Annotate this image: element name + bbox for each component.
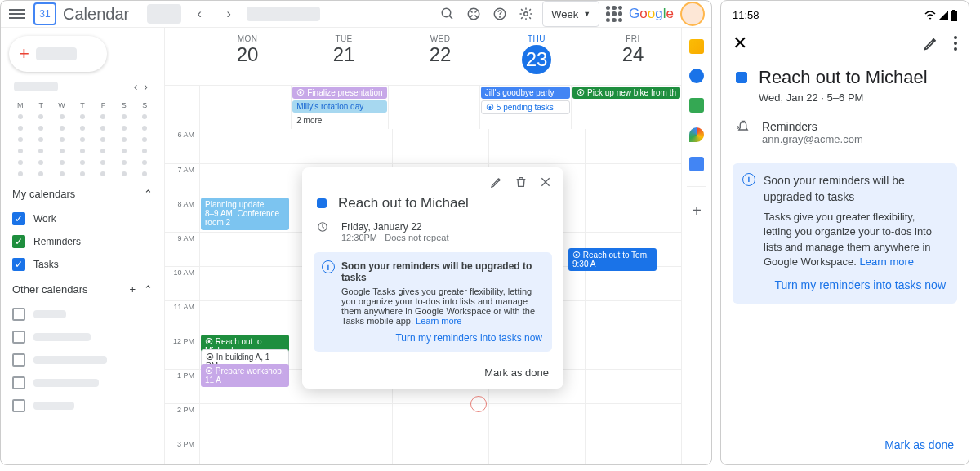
- allday-event[interactable]: Milly's rotation day: [292, 100, 386, 113]
- tasks-icon[interactable]: [689, 69, 704, 83]
- svg-point-0: [442, 8, 451, 17]
- settings-icon[interactable]: [516, 4, 536, 24]
- view-selector[interactable]: Week▼: [542, 1, 599, 27]
- allday-more[interactable]: 2 more: [292, 114, 386, 127]
- help-icon[interactable]: [490, 4, 510, 24]
- learn-more-link[interactable]: Learn more: [860, 255, 914, 268]
- reminder-account-email: ann.gray@acme.com: [762, 133, 863, 145]
- close-icon[interactable]: ✕: [733, 33, 747, 54]
- chevron-up-icon: ⌃: [144, 188, 153, 200]
- event-prepare[interactable]: ⦿ Prepare workshop, 11 A: [201, 364, 289, 387]
- checkbox-icon[interactable]: [12, 308, 25, 321]
- my-calendars-header[interactable]: My calendars⌃: [9, 183, 156, 205]
- apps-icon[interactable]: [606, 6, 622, 22]
- promo-title: Soon your reminders will be upgraded to …: [764, 173, 946, 205]
- turn-reminders-link[interactable]: Turn my reminders into tasks now: [341, 332, 542, 344]
- svg-rect-8: [952, 10, 956, 11]
- learn-more-link[interactable]: Learn more: [416, 316, 461, 326]
- checkbox-icon[interactable]: [12, 353, 25, 367]
- status-bar: 11:58: [721, 9, 969, 28]
- calendar-logo-icon: 31: [33, 2, 56, 25]
- menu-icon[interactable]: [7, 4, 27, 24]
- day-header[interactable]: FRI24: [585, 28, 681, 85]
- event-time: 12:30PM · Does not repeat: [341, 233, 448, 242]
- mini-calendar[interactable]: MTWTFSS: [9, 101, 156, 178]
- calendar-item[interactable]: [9, 351, 156, 369]
- app-title: Calendar: [63, 5, 129, 24]
- checkbox-icon[interactable]: [12, 376, 25, 389]
- support-icon[interactable]: [464, 4, 483, 24]
- chevron-up-icon: ⌃: [144, 283, 153, 295]
- svg-point-10: [954, 42, 957, 45]
- mark-done-button[interactable]: Mark as done: [302, 358, 564, 380]
- more-icon[interactable]: [954, 35, 957, 51]
- cursor-indicator: [470, 396, 487, 412]
- day-header[interactable]: TUE21: [296, 28, 392, 85]
- search-icon[interactable]: [438, 4, 457, 24]
- calendar-item-reminders[interactable]: ✓Reminders: [9, 233, 156, 251]
- signal-icon: [938, 11, 948, 20]
- turn-reminders-link[interactable]: Turn my reminders into tasks now: [764, 278, 946, 294]
- mini-prev-button[interactable]: ‹: [131, 80, 141, 93]
- day-header-today[interactable]: THU23: [488, 28, 585, 85]
- clock-icon: [317, 221, 330, 242]
- checkbox-icon[interactable]: [12, 331, 25, 344]
- calendar-item[interactable]: [9, 397, 156, 415]
- calendar-item-work[interactable]: ✓Work: [9, 210, 156, 228]
- delete-icon[interactable]: [514, 176, 528, 189]
- add-calendar-icon[interactable]: +: [129, 283, 136, 295]
- create-button[interactable]: +: [9, 36, 107, 72]
- event-color-swatch: [317, 198, 327, 208]
- day-header[interactable]: MON20: [199, 28, 296, 85]
- allday-event[interactable]: ⦿Finalize presentation: [292, 87, 386, 99]
- svg-rect-7: [951, 11, 957, 21]
- event-date: Friday, January 22: [341, 221, 448, 233]
- svg-point-4: [500, 16, 501, 17]
- maps-icon[interactable]: [689, 127, 704, 142]
- mini-month-label: [14, 82, 58, 91]
- allday-tasks[interactable]: ⦿5 pending tasks: [481, 100, 570, 114]
- calendar-item[interactable]: [9, 328, 156, 346]
- add-addon-icon[interactable]: +: [692, 202, 702, 220]
- checkbox-icon[interactable]: ✓: [12, 212, 25, 225]
- promo-title: Soon your reminders will be upgraded to …: [341, 260, 542, 283]
- svg-point-2: [468, 8, 479, 20]
- info-icon: i: [742, 173, 755, 186]
- wifi-icon: [924, 11, 936, 20]
- calendar-item[interactable]: [9, 305, 156, 323]
- account-avatar[interactable]: [680, 2, 705, 26]
- allday-event[interactable]: ⦿Pick up new bike from th: [572, 87, 680, 99]
- edit-icon[interactable]: [490, 176, 503, 189]
- today-button[interactable]: [147, 4, 181, 24]
- event-title: Reach out to Michael: [759, 67, 928, 88]
- event-title: Reach out to Michael: [338, 195, 469, 211]
- next-week-button[interactable]: ›: [217, 2, 240, 25]
- allday-event[interactable]: Jill's goodbye party: [481, 87, 570, 99]
- checkbox-icon[interactable]: ✓: [12, 258, 25, 271]
- event-reach-tom[interactable]: ⦿ Reach out to Tom, 9:30 A: [568, 248, 657, 271]
- reminder-icon: [736, 120, 751, 145]
- mini-next-button[interactable]: ›: [140, 80, 151, 93]
- day-header[interactable]: WED22: [392, 28, 488, 85]
- event-planning[interactable]: Planning update8–9 AM, Conference room 2: [201, 198, 289, 230]
- edit-icon[interactable]: [923, 35, 939, 51]
- prev-week-button[interactable]: ‹: [188, 2, 211, 25]
- other-calendars-header[interactable]: Other calendars+⌃: [9, 278, 156, 300]
- addon-icon[interactable]: [689, 157, 704, 171]
- keep-icon[interactable]: [689, 39, 704, 54]
- svg-point-11: [954, 47, 957, 51]
- calendar-item[interactable]: [9, 374, 156, 392]
- contacts-icon[interactable]: [689, 98, 704, 113]
- svg-point-9: [954, 36, 957, 39]
- mark-done-button[interactable]: Mark as done: [721, 430, 969, 460]
- info-icon: i: [322, 260, 335, 273]
- close-icon[interactable]: [539, 176, 552, 189]
- left-sidebar: + ‹ › MTWTFSS My calendars⌃: [1, 28, 164, 465]
- checkbox-icon[interactable]: ✓: [12, 235, 25, 248]
- calendar-item-tasks[interactable]: ✓Tasks: [9, 255, 156, 273]
- battery-icon: [951, 10, 957, 21]
- reminder-section-label: Reminders: [762, 120, 863, 133]
- date-range-label: [247, 7, 320, 21]
- upgrade-promo: i Soon your reminders will be upgraded t…: [733, 163, 957, 304]
- checkbox-icon[interactable]: [12, 399, 25, 412]
